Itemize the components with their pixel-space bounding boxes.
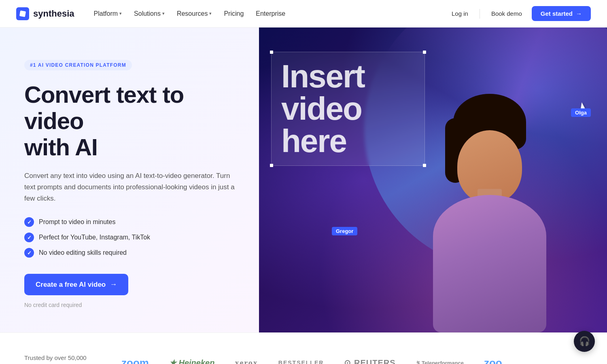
no-credit-text: No credit card required [24,302,235,308]
hero-description: Convert any text into video using an AI … [24,170,235,204]
brand-logo-zoom2: zoo... [484,357,511,364]
login-button[interactable]: Log in [445,7,475,20]
cta-arrow-icon: → [110,280,117,289]
logo-icon [16,7,29,20]
handle-bottom-left [270,164,273,167]
hero-video-preview: Insertvideohere Olga Gregor [259,28,607,332]
hero-badge: #1 AI VIDEO CREATION PLATFORM [24,60,132,70]
hero-features-list: Prompt to video in minutes Perfect for Y… [24,217,235,258]
solutions-chevron-icon: ▾ [162,11,165,16]
trusted-text: Trusted by over 50,000 companies of all … [24,353,97,364]
nav-platform[interactable]: Platform ▾ [89,7,127,21]
trusted-section: Trusted by over 50,000 companies of all … [0,332,607,364]
nav-left: synthesia Platform ▾ Solutions ▾ Resourc… [16,7,290,21]
feature-item-1: Prompt to video in minutes [24,217,235,227]
avatar-body [421,114,558,332]
create-video-button[interactable]: Create a free AI video → [24,274,128,295]
navbar: synthesia Platform ▾ Solutions ▾ Resourc… [0,0,607,28]
nav-solutions[interactable]: Solutions ▾ [129,7,170,21]
logo[interactable]: synthesia [16,7,74,20]
nav-right: Log in Book demo Get started → [445,6,591,21]
resources-chevron-icon: ▾ [209,11,212,16]
nav-resources[interactable]: Resources ▾ [172,7,216,21]
name-tag-gregor: Gregor [332,227,357,235]
headphones-icon: 🎧 [579,336,590,347]
book-demo-button[interactable]: Book demo [485,7,528,20]
nav-pricing[interactable]: Pricing [219,7,248,21]
brand-logo-xerox: xerox [235,358,258,364]
handle-top-left [270,51,273,54]
nav-enterprise[interactable]: Enterprise [251,7,290,21]
nav-links: Platform ▾ Solutions ▾ Resources ▾ Prici… [89,7,291,21]
get-started-button[interactable]: Get started → [532,6,591,21]
avatar-torso [433,195,546,332]
brand-logo-teleperformance: ↯ Teleperformance [416,360,464,364]
check-icon-2 [24,233,34,242]
get-started-arrow-icon: → [576,10,582,17]
brand-logo-bestseller: BESTSELLER [278,360,324,364]
nav-separator [480,9,480,19]
support-button[interactable]: 🎧 [574,331,595,352]
feature-item-3: No video editing skills required [24,248,235,258]
handle-top-right [423,51,426,54]
platform-chevron-icon: ▾ [119,11,122,16]
brand-name: synthesia [33,8,74,19]
brand-logos-row: zoom Heineken xerox BESTSELLER ⊙ REUTERS… [121,357,583,364]
feature-item-2: Perfect for YouTube, Instagram, TikTok [24,233,235,242]
logo-icon-inner [19,10,26,17]
brand-logo-zoom: zoom [121,357,149,364]
brand-logo-heineken: Heineken [169,358,215,364]
hero-section: #1 AI VIDEO CREATION PLATFORM Convert te… [0,28,607,332]
brand-logo-reuters: ⊙ REUTERS [344,358,395,364]
overlay-text-content: Insertvideohere [281,60,415,157]
hero-left: #1 AI VIDEO CREATION PLATFORM Convert te… [0,28,259,332]
check-icon-3 [24,248,34,258]
hero-title: Convert text to video with AI [24,82,235,161]
avatar-person [397,90,583,332]
check-icon-1 [24,217,34,227]
